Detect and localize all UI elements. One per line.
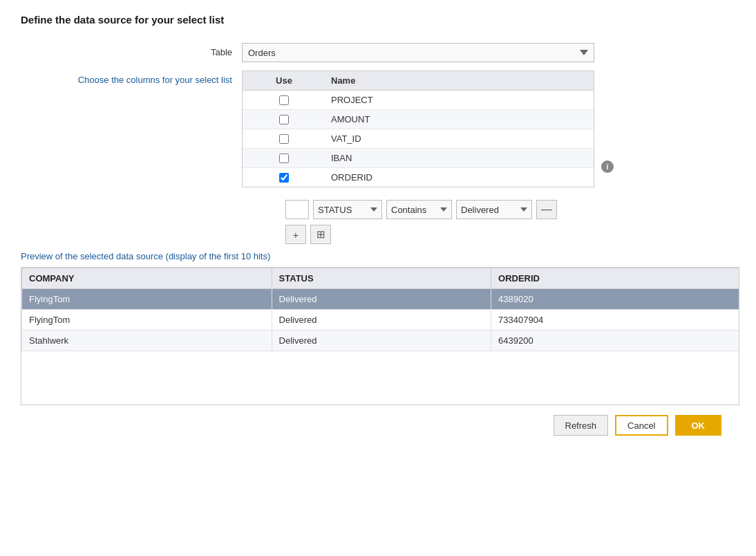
- col-name-project: PROJECT: [325, 91, 594, 109]
- preview-table-body: FlyingTom Delivered 4389020 FlyingTom De…: [22, 289, 740, 351]
- col-header-orderid: ORDERID: [491, 268, 739, 289]
- filter-value-select[interactable]: Delivered Pending Shipped: [456, 200, 532, 219]
- checkbox-orderid[interactable]: [279, 173, 289, 183]
- filter-empty-box: [285, 200, 309, 219]
- filter-row: STATUS COMPANY ORDERID Contains Equals S…: [285, 200, 735, 219]
- cell-company-1: FlyingTom: [22, 289, 272, 310]
- info-icon: i: [601, 160, 614, 173]
- cell-company-2: FlyingTom: [22, 310, 272, 331]
- table-label: Table: [21, 43, 242, 57]
- filter-section: STATUS COMPANY ORDERID Contains Equals S…: [285, 200, 735, 244]
- cancel-button[interactable]: Cancel: [615, 415, 668, 436]
- refresh-button[interactable]: Refresh: [554, 415, 609, 436]
- checkbox-vat-id[interactable]: [279, 134, 289, 144]
- table-row: Stahlwerk Delivered 6439200: [22, 331, 740, 351]
- col-name-amount: AMOUNT: [325, 110, 594, 129]
- bottom-buttons: Refresh Cancel OK: [21, 415, 735, 436]
- col-use-header: Use: [243, 71, 325, 90]
- filter-condition-select[interactable]: Contains Equals Starts with: [386, 200, 452, 219]
- cell-orderid-1: 4389020: [491, 289, 739, 310]
- filter-remove-button[interactable]: —: [536, 200, 557, 219]
- list-item: VAT_ID: [243, 129, 594, 149]
- col-use-cell: [243, 111, 325, 129]
- table-dropdown[interactable]: Orders: [242, 43, 594, 62]
- preview-table: COMPANY STATUS ORDERID FlyingTom Deliver…: [21, 268, 739, 351]
- columns-row: Choose the columns for your select list …: [21, 71, 735, 187]
- columns-grid: Use Name PROJECT AMOUNT: [242, 71, 594, 187]
- cell-orderid-3: 6439200: [491, 331, 739, 351]
- col-name-header: Name: [325, 71, 594, 90]
- columns-grid-header: Use Name: [243, 71, 594, 91]
- table-row: FlyingTom Delivered 4389020: [22, 289, 740, 310]
- col-use-cell: [243, 149, 325, 167]
- filter-buttons-row: + ⊞: [285, 225, 735, 244]
- page-title: Define the data source for your select l…: [21, 14, 735, 26]
- preview-container: COMPANY STATUS ORDERID FlyingTom Deliver…: [21, 267, 739, 405]
- col-name-orderid: ORDERID: [325, 168, 594, 187]
- col-name-iban: IBAN: [325, 149, 594, 167]
- cell-status-3: Delivered: [272, 331, 491, 351]
- col-name-vat-id: VAT_ID: [325, 129, 594, 148]
- filter-add-group-button[interactable]: ⊞: [310, 225, 331, 244]
- checkbox-amount[interactable]: [279, 115, 289, 124]
- columns-grid-wrapper: Use Name PROJECT AMOUNT: [242, 71, 614, 187]
- cell-status-2: Delivered: [272, 310, 491, 331]
- col-header-status: STATUS: [272, 268, 491, 289]
- col-use-cell: [243, 91, 325, 109]
- checkbox-iban[interactable]: [279, 154, 289, 163]
- col-use-cell: [243, 169, 325, 187]
- col-header-company: COMPANY: [22, 268, 272, 289]
- col-use-cell: [243, 130, 325, 148]
- table-row: FlyingTom Delivered 733407904: [22, 310, 740, 331]
- list-item: ORDERID: [243, 168, 594, 187]
- filter-field-select[interactable]: STATUS COMPANY ORDERID: [313, 200, 382, 219]
- cell-status-1: Delivered: [272, 289, 491, 310]
- ok-button[interactable]: OK: [675, 415, 722, 436]
- cell-company-3: Stahlwerk: [22, 331, 272, 351]
- list-item: PROJECT: [243, 91, 594, 110]
- columns-grid-body: PROJECT AMOUNT VAT_ID: [243, 91, 594, 187]
- table-row: Table Orders: [21, 43, 735, 62]
- preview-label: Preview of the selected data source (dis…: [21, 251, 735, 261]
- checkbox-project[interactable]: [279, 95, 289, 105]
- filter-add-condition-button[interactable]: +: [285, 225, 306, 244]
- list-item: AMOUNT: [243, 110, 594, 129]
- table-header-row: COMPANY STATUS ORDERID: [22, 268, 740, 289]
- columns-label: Choose the columns for your select list: [21, 71, 242, 85]
- list-item: IBAN: [243, 149, 594, 168]
- cell-orderid-2: 733407904: [491, 310, 739, 331]
